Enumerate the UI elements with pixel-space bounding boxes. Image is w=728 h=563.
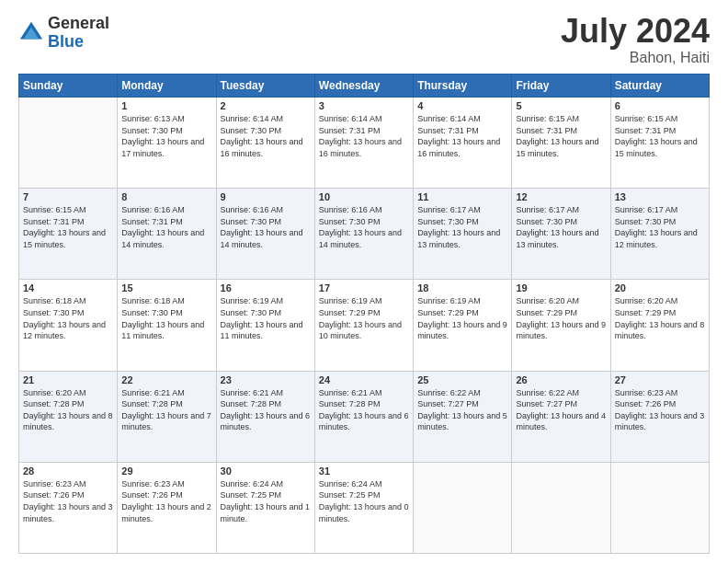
day-info: Sunrise: 6:23 AMSunset: 7:26 PMDaylight:… bbox=[615, 387, 705, 433]
table-row: 7Sunrise: 6:15 AMSunset: 7:31 PMDaylight… bbox=[19, 189, 118, 280]
day-number: 1 bbox=[121, 100, 211, 111]
table-row: 9Sunrise: 6:16 AMSunset: 7:30 PMDaylight… bbox=[216, 189, 314, 280]
table-row: 23Sunrise: 6:21 AMSunset: 7:28 PMDayligh… bbox=[216, 371, 314, 462]
logo-general: General bbox=[48, 14, 109, 32]
day-number: 9 bbox=[221, 191, 311, 202]
day-number: 10 bbox=[319, 191, 409, 202]
logo-blue: Blue bbox=[48, 32, 84, 51]
table-row: 8Sunrise: 6:16 AMSunset: 7:31 PMDaylight… bbox=[118, 189, 216, 280]
day-number: 13 bbox=[615, 191, 705, 202]
day-number: 6 bbox=[615, 100, 705, 111]
table-row: 21Sunrise: 6:20 AMSunset: 7:28 PMDayligh… bbox=[19, 371, 118, 462]
day-info: Sunrise: 6:24 AMSunset: 7:25 PMDaylight:… bbox=[319, 478, 409, 524]
table-row: 26Sunrise: 6:22 AMSunset: 7:27 PMDayligh… bbox=[512, 371, 610, 462]
calendar-week-row: 7Sunrise: 6:15 AMSunset: 7:31 PMDaylight… bbox=[19, 189, 710, 280]
day-number: 28 bbox=[23, 465, 113, 477]
day-info: Sunrise: 6:21 AMSunset: 7:28 PMDaylight:… bbox=[319, 387, 409, 433]
day-info: Sunrise: 6:23 AMSunset: 7:26 PMDaylight:… bbox=[121, 478, 211, 524]
col-wednesday: Wednesday bbox=[314, 75, 413, 98]
day-info: Sunrise: 6:15 AMSunset: 7:31 PMDaylight:… bbox=[23, 204, 113, 250]
table-row: 18Sunrise: 6:19 AMSunset: 7:29 PMDayligh… bbox=[414, 280, 512, 371]
col-sunday: Sunday bbox=[19, 75, 118, 98]
day-info: Sunrise: 6:14 AMSunset: 7:30 PMDaylight:… bbox=[221, 113, 311, 159]
day-number: 12 bbox=[516, 191, 606, 202]
calendar-header-row: Sunday Monday Tuesday Wednesday Thursday… bbox=[19, 75, 710, 98]
table-row: 13Sunrise: 6:17 AMSunset: 7:30 PMDayligh… bbox=[610, 189, 709, 280]
day-number: 23 bbox=[221, 374, 311, 385]
logo: General Blue bbox=[18, 15, 109, 52]
day-info: Sunrise: 6:22 AMSunset: 7:27 PMDaylight:… bbox=[516, 387, 606, 433]
day-info: Sunrise: 6:17 AMSunset: 7:30 PMDaylight:… bbox=[516, 204, 606, 250]
day-number: 24 bbox=[319, 374, 409, 385]
calendar-table: Sunday Monday Tuesday Wednesday Thursday… bbox=[18, 74, 710, 554]
day-number: 25 bbox=[417, 374, 507, 385]
table-row: 25Sunrise: 6:22 AMSunset: 7:27 PMDayligh… bbox=[414, 371, 512, 462]
table-row: 14Sunrise: 6:18 AMSunset: 7:30 PMDayligh… bbox=[19, 280, 118, 371]
day-info: Sunrise: 6:20 AMSunset: 7:29 PMDaylight:… bbox=[615, 295, 705, 341]
day-info: Sunrise: 6:21 AMSunset: 7:28 PMDaylight:… bbox=[121, 387, 211, 433]
day-info: Sunrise: 6:16 AMSunset: 7:30 PMDaylight:… bbox=[319, 204, 409, 250]
table-row: 12Sunrise: 6:17 AMSunset: 7:30 PMDayligh… bbox=[512, 189, 610, 280]
day-info: Sunrise: 6:20 AMSunset: 7:29 PMDaylight:… bbox=[516, 295, 606, 341]
table-row: 11Sunrise: 6:17 AMSunset: 7:30 PMDayligh… bbox=[414, 189, 512, 280]
day-info: Sunrise: 6:22 AMSunset: 7:27 PMDaylight:… bbox=[417, 387, 507, 433]
table-row bbox=[610, 462, 709, 553]
day-info: Sunrise: 6:24 AMSunset: 7:25 PMDaylight:… bbox=[221, 478, 311, 524]
header: General Blue July 2024 Bahon, Haiti bbox=[18, 15, 710, 66]
table-row: 31Sunrise: 6:24 AMSunset: 7:25 PMDayligh… bbox=[314, 462, 413, 553]
table-row: 27Sunrise: 6:23 AMSunset: 7:26 PMDayligh… bbox=[610, 371, 709, 462]
day-info: Sunrise: 6:18 AMSunset: 7:30 PMDaylight:… bbox=[23, 295, 113, 341]
day-number: 22 bbox=[121, 374, 211, 385]
table-row: 3Sunrise: 6:14 AMSunset: 7:31 PMDaylight… bbox=[314, 98, 413, 189]
calendar-week-row: 1Sunrise: 6:13 AMSunset: 7:30 PMDaylight… bbox=[19, 98, 710, 189]
day-info: Sunrise: 6:19 AMSunset: 7:29 PMDaylight:… bbox=[319, 295, 409, 341]
col-monday: Monday bbox=[118, 75, 216, 98]
day-info: Sunrise: 6:15 AMSunset: 7:31 PMDaylight:… bbox=[615, 113, 705, 159]
table-row: 2Sunrise: 6:14 AMSunset: 7:30 PMDaylight… bbox=[216, 98, 314, 189]
day-number: 16 bbox=[221, 282, 311, 293]
table-row: 19Sunrise: 6:20 AMSunset: 7:29 PMDayligh… bbox=[512, 280, 610, 371]
table-row bbox=[19, 98, 118, 189]
day-number: 7 bbox=[23, 191, 113, 202]
col-saturday: Saturday bbox=[610, 75, 709, 98]
table-row: 16Sunrise: 6:19 AMSunset: 7:30 PMDayligh… bbox=[216, 280, 314, 371]
day-info: Sunrise: 6:14 AMSunset: 7:31 PMDaylight:… bbox=[417, 113, 507, 159]
day-info: Sunrise: 6:15 AMSunset: 7:31 PMDaylight:… bbox=[516, 113, 606, 159]
title-location: Bahon, Haiti bbox=[561, 50, 710, 66]
day-number: 30 bbox=[221, 465, 311, 477]
day-number: 29 bbox=[121, 465, 211, 477]
day-number: 11 bbox=[417, 191, 507, 202]
day-info: Sunrise: 6:23 AMSunset: 7:26 PMDaylight:… bbox=[23, 478, 113, 524]
day-number: 15 bbox=[121, 282, 211, 293]
day-number: 19 bbox=[516, 282, 606, 293]
day-number: 17 bbox=[319, 282, 409, 293]
title-block: July 2024 Bahon, Haiti bbox=[561, 15, 710, 66]
calendar-week-row: 14Sunrise: 6:18 AMSunset: 7:30 PMDayligh… bbox=[19, 280, 710, 371]
day-info: Sunrise: 6:18 AMSunset: 7:30 PMDaylight:… bbox=[121, 295, 211, 341]
day-info: Sunrise: 6:17 AMSunset: 7:30 PMDaylight:… bbox=[615, 204, 705, 250]
day-info: Sunrise: 6:13 AMSunset: 7:30 PMDaylight:… bbox=[121, 113, 211, 159]
day-number: 3 bbox=[319, 100, 409, 111]
table-row: 10Sunrise: 6:16 AMSunset: 7:30 PMDayligh… bbox=[314, 189, 413, 280]
table-row: 24Sunrise: 6:21 AMSunset: 7:28 PMDayligh… bbox=[314, 371, 413, 462]
day-number: 5 bbox=[516, 100, 606, 111]
day-number: 21 bbox=[23, 374, 113, 385]
calendar-week-row: 28Sunrise: 6:23 AMSunset: 7:26 PMDayligh… bbox=[19, 462, 710, 553]
calendar-week-row: 21Sunrise: 6:20 AMSunset: 7:28 PMDayligh… bbox=[19, 371, 710, 462]
day-number: 8 bbox=[121, 191, 211, 202]
table-row: 1Sunrise: 6:13 AMSunset: 7:30 PMDaylight… bbox=[118, 98, 216, 189]
table-row: 22Sunrise: 6:21 AMSunset: 7:28 PMDayligh… bbox=[118, 371, 216, 462]
day-number: 20 bbox=[615, 282, 705, 293]
day-info: Sunrise: 6:19 AMSunset: 7:30 PMDaylight:… bbox=[221, 295, 311, 341]
table-row: 15Sunrise: 6:18 AMSunset: 7:30 PMDayligh… bbox=[118, 280, 216, 371]
title-month: July 2024 bbox=[561, 15, 710, 48]
day-info: Sunrise: 6:14 AMSunset: 7:31 PMDaylight:… bbox=[319, 113, 409, 159]
col-friday: Friday bbox=[512, 75, 610, 98]
table-row: 6Sunrise: 6:15 AMSunset: 7:31 PMDaylight… bbox=[610, 98, 709, 189]
table-row: 28Sunrise: 6:23 AMSunset: 7:26 PMDayligh… bbox=[19, 462, 118, 553]
day-number: 26 bbox=[516, 374, 606, 385]
day-number: 14 bbox=[23, 282, 113, 293]
page: General Blue July 2024 Bahon, Haiti Sund… bbox=[0, 0, 728, 563]
logo-text: General Blue bbox=[48, 15, 109, 52]
day-number: 27 bbox=[615, 374, 705, 385]
